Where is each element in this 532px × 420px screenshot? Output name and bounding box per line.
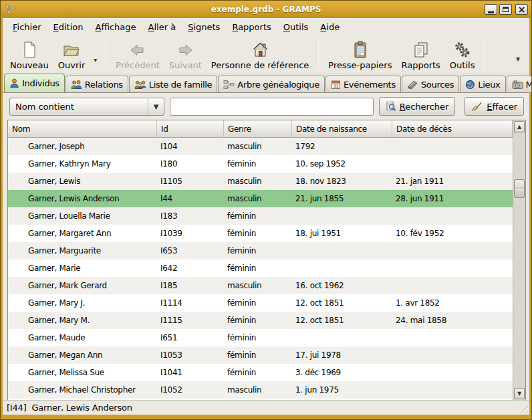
toolbar-personne-de-reference-button[interactable]: Personne de référence — [207, 37, 314, 72]
tab-relations[interactable]: Relations — [65, 76, 128, 92]
tab-individus[interactable]: Individus — [4, 74, 65, 92]
close-icon: × — [518, 5, 526, 14]
cell-genre: masculin — [224, 385, 292, 395]
cell-id: I44 — [157, 194, 224, 203]
table-row[interactable]: Garner, Lewis AndersonI44masculin21. jun… — [8, 190, 513, 207]
table-row[interactable]: Garner, MarguariteI653féminin — [8, 242, 513, 259]
cell-genre: féminin — [224, 350, 292, 360]
column-header-date-de-naissance[interactable]: Date de naissance — [292, 120, 392, 138]
column-header-date-de-deces[interactable]: Date de décès — [392, 120, 513, 138]
menu-fichier[interactable]: Fichier — [7, 20, 47, 34]
cell-nom: Garner, Megan Ann — [8, 350, 157, 360]
toolbar-overflow-chevron-icon[interactable]: ▾ — [509, 54, 527, 64]
tab-media[interactable]: Média — [507, 76, 532, 92]
table-row[interactable]: Garner, Mark GerardI185masculin16. oct 1… — [8, 277, 513, 294]
cell-id: I1039 — [157, 229, 224, 238]
gramps-window: exemple.grdb - GRAMPS × FichierEditionAf… — [0, 0, 532, 420]
toolbar: NouveauOuvrir▾PrécédentSuivantPersonne d… — [3, 35, 529, 73]
menu-rapports[interactable]: Rapports — [226, 20, 277, 34]
filter-field-select[interactable]: Nom contient ▼ — [9, 98, 164, 116]
globe-icon — [465, 80, 475, 90]
table-row[interactable]: Garner, Kathryn MaryI180féminin10. sep 1… — [8, 155, 513, 173]
cell-date-de-naissance: 18. nov 1823 — [292, 177, 392, 186]
menu-aide[interactable]: Aide — [314, 20, 346, 34]
scroll-up-button[interactable]: ▲ — [514, 121, 525, 132]
tab-evenements[interactable]: 31Evénements — [325, 76, 401, 92]
cell-genre: masculin — [224, 281, 292, 290]
cell-id: I642 — [157, 264, 224, 273]
tab-arbre-genealogique[interactable]: Arbre généalogique — [218, 76, 325, 92]
table-row[interactable]: Garner, Mary J.I1114féminin12. oct 18511… — [8, 294, 513, 312]
window-title: exemple.grdb - GRAMPS — [1, 5, 531, 14]
title-bar[interactable]: exemple.grdb - GRAMPS × — [1, 1, 531, 18]
cell-id: I1114 — [157, 298, 224, 308]
search-input[interactable] — [170, 98, 374, 116]
toolbar-outils-button[interactable]: Outils — [445, 37, 480, 72]
toolbar-nouveau-button[interactable]: Nouveau — [5, 37, 53, 72]
vertical-scrollbar[interactable]: ▲ ▼ — [513, 120, 525, 400]
menu-signets[interactable]: Signets — [182, 20, 226, 34]
toolbar-suivant-button: Suivant — [164, 37, 207, 72]
toolbar-ouvrir-button[interactable]: Ouvrir — [53, 37, 90, 72]
table-row[interactable]: Garner, Mary M.I1115féminin12. oct 18512… — [8, 312, 513, 329]
maximize-button[interactable] — [499, 4, 512, 15]
toolbar-precedent-button: Précédent — [111, 37, 164, 72]
gramps-window-icon — [4, 3, 16, 15]
column-header-id[interactable]: Id — [157, 120, 224, 138]
cell-nom: Garner, Marie — [8, 264, 157, 273]
cell-id: I104 — [157, 142, 224, 151]
tree-icon — [223, 80, 235, 90]
search-button-label: Rechercher — [400, 102, 449, 112]
resize-grip[interactable] — [518, 403, 528, 413]
table-row[interactable]: Garner, Louella MarieI183féminin — [8, 207, 513, 225]
clear-button[interactable]: Effacer — [464, 97, 524, 116]
cell-date-de-naissance: 1. jun 1975 — [292, 385, 392, 395]
table-row[interactable]: Garner, LewisI1105masculin18. nov 182321… — [8, 173, 513, 190]
close-button[interactable]: × — [515, 4, 528, 15]
tab-sources[interactable]: Sources — [402, 76, 459, 92]
media-icon — [512, 80, 523, 90]
scroll-down-button[interactable]: ▼ — [514, 388, 525, 399]
table-row[interactable]: Garner, Michael ChristopherI1052masculin… — [8, 381, 513, 399]
table-row[interactable]: Garner, Margaret AnnI1039féminin18. jui … — [8, 225, 513, 242]
cell-nom: Garner, Louella Marie — [8, 211, 157, 221]
toolbar-rapports-button[interactable]: Rapports — [396, 37, 444, 72]
table-row[interactable]: Garner, MarieI642féminin — [8, 259, 513, 277]
scrollbar-thumb[interactable] — [514, 179, 525, 198]
cell-nom: Garner, Joseph — [8, 142, 157, 151]
cell-date-de-deces: 1. avr 1852 — [392, 298, 513, 308]
column-header-nom[interactable]: Nom — [8, 120, 157, 138]
cell-genre: masculin — [224, 177, 292, 186]
cell-genre: masculin — [224, 194, 292, 203]
menu-affichage[interactable]: Affichage — [89, 20, 142, 34]
toolbar-button-label: Suivant — [169, 60, 202, 70]
tab-liste-de-famille[interactable]: Liste de famille — [129, 76, 217, 92]
table-row[interactable]: Garner, Megan AnnI1053féminin17. jui 197… — [8, 346, 513, 364]
menu-outils[interactable]: Outils — [277, 20, 315, 34]
tab-lieux[interactable]: Lieux — [460, 76, 505, 92]
toolbar-button-label: Personne de référence — [211, 60, 309, 70]
search-icon — [386, 101, 396, 112]
menu-aller-a[interactable]: Aller à — [142, 20, 182, 34]
table-body: Garner, JosephI104masculin1792Garner, Ka… — [8, 138, 513, 400]
cell-genre: féminin — [224, 229, 292, 238]
status-text: [I44] Garner, Lewis Anderson — [7, 403, 132, 413]
cell-nom: Garner, Lewis — [8, 177, 157, 186]
toolbar-button-label: Presse-papiers — [328, 60, 392, 70]
open-dropdown-arrow-icon[interactable]: ▾ — [90, 56, 101, 64]
window-content: FichierEditionAffichageAller àSignetsRap… — [3, 18, 529, 415]
cell-id: I1115 — [157, 316, 224, 325]
column-header-genre[interactable]: Genre — [224, 120, 292, 138]
reports-icon — [412, 40, 430, 59]
minimize-button[interactable] — [485, 4, 497, 15]
home-icon — [251, 40, 269, 59]
cell-genre: féminin — [224, 368, 292, 377]
table-row[interactable]: Garner, JosephI104masculin1792 — [8, 138, 513, 155]
view-tabs: IndividusRelationsListe de familleArbre … — [3, 73, 529, 93]
toolbar-presse-papiers-button[interactable]: Presse-papiers — [323, 37, 396, 72]
table-row[interactable]: Garner, MaudeI651féminin — [8, 329, 513, 346]
menu-edition[interactable]: Edition — [47, 20, 90, 34]
cell-date-de-naissance: 12. oct 1851 — [292, 316, 392, 325]
table-row[interactable]: Garner, Melissa SueI1041féminin3. déc 19… — [8, 364, 513, 381]
search-button[interactable]: Rechercher — [379, 97, 456, 116]
